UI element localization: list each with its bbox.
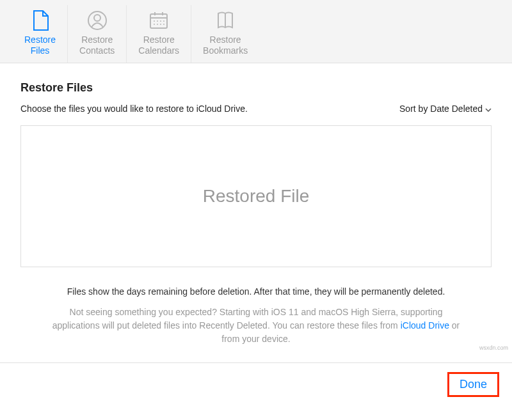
bookmarks-icon [214,9,236,32]
watermark: wsxdn.com [479,345,508,351]
tab-bar: Restore Files Restore Contacts Restore C… [0,0,512,63]
svg-point-13 [163,24,164,25]
svg-point-11 [157,24,158,25]
footer: Done [0,363,512,406]
hint-text: Not seeing something you expected? Start… [20,306,492,346]
svg-point-6 [154,20,155,22]
page-title: Restore Files [20,81,492,95]
calendar-icon [148,9,169,32]
tab-label: Restore [24,35,56,45]
svg-point-9 [163,20,164,22]
tab-label: Bookmarks [203,45,248,56]
file-icon [31,9,49,32]
sort-dropdown[interactable]: Sort by Date Deleted [399,104,492,114]
tab-restore-bookmarks[interactable]: Restore Bookmarks [191,5,259,63]
tab-restore-contacts[interactable]: Restore Contacts [68,5,127,63]
svg-point-1 [94,15,100,21]
tab-label: Contacts [79,45,115,56]
svg-point-10 [154,24,155,25]
contact-icon [87,9,108,32]
tab-label: Restore [143,35,175,45]
svg-point-12 [160,24,161,25]
tab-label: Restore [210,35,241,45]
tab-restore-files[interactable]: Restore Files [13,5,68,63]
instruction-text: Choose the files you would like to resto… [20,104,248,114]
done-highlight-box: Done [447,372,499,397]
content-area: Restore Files Choose the files you would… [0,63,512,346]
restored-file-placeholder: Restored File [203,186,310,206]
svg-point-8 [160,20,161,22]
chevron-down-icon [485,104,492,114]
deletion-info: Files show the days remaining before del… [20,286,492,297]
hint-pre: Not seeing something you expected? Start… [52,307,443,331]
done-button[interactable]: Done [452,375,495,393]
tab-label: Calendars [138,45,179,56]
file-list-box[interactable]: Restored File [20,125,492,267]
svg-point-7 [157,20,158,22]
icloud-drive-link[interactable]: iCloud Drive [401,320,449,331]
tab-label: Files [31,45,50,56]
tab-restore-calendars[interactable]: Restore Calendars [127,5,191,63]
svg-rect-2 [150,14,167,28]
sort-label: Sort by Date Deleted [399,104,483,114]
tab-label: Restore [81,35,113,45]
